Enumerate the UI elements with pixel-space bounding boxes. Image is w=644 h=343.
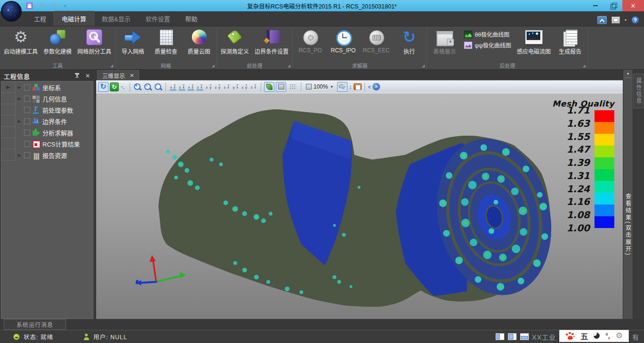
tree-item[interactable]: 分析求解器	[1, 127, 93, 138]
tree-item[interactable]: RCS计算结果	[1, 138, 93, 149]
tree-checkbox[interactable]	[24, 130, 30, 136]
layout-wide-left-panel-icon[interactable]	[508, 333, 517, 340]
tree-checkbox[interactable]	[24, 107, 30, 113]
tree-expander-icon[interactable]: ▶	[16, 85, 23, 90]
gutter-expander-icon[interactable]: ▶	[7, 85, 10, 90]
ribbon-button[interactable]: 执行	[393, 27, 426, 56]
properties-tab[interactable]: 属性信息	[633, 74, 644, 108]
view-orientation-button[interactable]: xz y	[214, 82, 222, 91]
layout-bottom-panel-icon[interactable]	[520, 333, 529, 340]
baidu-paw-icon[interactable]	[565, 332, 575, 340]
ribbon-button[interactable]: RCS_IPO	[327, 27, 360, 54]
ribbon-button-label: 生成报告	[559, 47, 581, 55]
ime-mode-label[interactable]: 五	[580, 330, 588, 342]
surface-icon	[278, 84, 284, 90]
view-orientation-button[interactable]: yz x	[249, 82, 258, 91]
ribbon-button[interactable]: 生成报告	[553, 27, 586, 56]
menu-tab[interactable]: 软件设置	[138, 11, 178, 26]
mesh-wrench-icon	[86, 29, 102, 45]
tree-checkbox[interactable]	[24, 84, 30, 90]
ribbon-group: RCS_PORCS_IPORCS_EEC执行求解器	[293, 26, 427, 69]
menu-tab[interactable]: 电磁计算	[54, 11, 94, 26]
display-style-dropdown-icon[interactable]: ▾	[625, 18, 627, 22]
menu-tab[interactable]: 帮助	[178, 11, 205, 26]
tree-expander-icon[interactable]: ▶	[16, 119, 23, 123]
tree-item[interactable]: ▶边界条件	[1, 115, 93, 127]
ribbon-button[interactable]: 质量云图	[182, 27, 215, 56]
display-style-icon[interactable]	[611, 16, 620, 24]
view-orientation-button[interactable]: yz x	[223, 82, 231, 91]
report-doc-icon	[561, 29, 579, 46]
ribbon-button[interactable]: 参数化建模	[41, 27, 74, 56]
results-strip-body[interactable]: 查看结果(双击展开)	[623, 77, 633, 319]
view-orientation-button[interactable]: yz x	[178, 82, 186, 91]
tree-expander-icon[interactable]: ▶	[16, 97, 23, 101]
tree-checkbox[interactable]	[24, 118, 30, 124]
ime-fullhalf-moon-icon[interactable]	[594, 333, 600, 339]
ribbon-button[interactable]: RCS_EEC	[360, 27, 393, 54]
tab-3d-view[interactable]: 三维显示 ✕	[97, 70, 139, 80]
ribbon-button[interactable]: 边界条件设置	[252, 27, 291, 56]
system-messages-tab[interactable]: 系统运行消息	[4, 319, 66, 330]
view-orientation-button[interactable]: zy x	[231, 82, 240, 91]
view-orientation-button[interactable]: yz x	[196, 82, 204, 91]
zoom-in-button[interactable]: +	[133, 82, 142, 91]
layout-left-panel-icon[interactable]	[495, 333, 504, 340]
tree-item[interactable]: ▶几何信息	[1, 93, 93, 104]
ribbon-button[interactable]: 探测角定义	[218, 27, 252, 56]
application-window: ↶ ↷ ▾ 复杂目标RCS电磁分析软件2015 R1 - RCS_2015031…	[0, 0, 644, 343]
ribbon-button-label: 感应电磁流图	[517, 47, 551, 55]
move-down-button[interactable]: ↓	[349, 83, 352, 90]
collapse-ribbon-icon[interactable]	[597, 16, 607, 24]
tab-close-icon[interactable]: ✕	[130, 73, 134, 79]
surface-view-button[interactable]	[276, 82, 286, 92]
wireframe-view-button[interactable]	[288, 82, 298, 92]
app-logo[interactable]	[1, 1, 22, 22]
tree-item[interactable]: ▶▶坐标系	[1, 82, 93, 93]
tree-checkbox[interactable]	[24, 152, 30, 158]
3d-viewport[interactable]	[96, 93, 623, 319]
fit-view-button[interactable]	[337, 82, 347, 92]
help-icon[interactable]: ?	[631, 16, 639, 24]
ribbon-button[interactable]: 质量检查	[149, 27, 182, 56]
ribbon-button[interactable]: θθ极化曲线图	[464, 30, 511, 38]
zoom-window-button[interactable]: ▫	[154, 82, 163, 91]
tree-checkbox[interactable]	[24, 96, 30, 102]
ribbon-button[interactable]: 启动建模工具	[1, 27, 41, 56]
share-button[interactable]: <	[368, 83, 371, 90]
clear-view-button[interactable]: ✕	[372, 83, 380, 90]
tree-item[interactable]: ▶报告资源	[1, 149, 93, 161]
ime-settings-gear-icon[interactable]: ⚙	[616, 331, 623, 341]
ribbon-button[interactable]: 感应电磁流图	[514, 27, 553, 56]
view-orientation-button[interactable]: xz y	[240, 82, 249, 91]
view-orientation-button[interactable]: xz y	[205, 82, 213, 91]
workspace: 三维显示 ✕ ↻ ↻ ↔ + − ▫ yx zyz xyx zyz xxz yx…	[96, 70, 623, 319]
solver-puzzle-icon	[32, 129, 40, 136]
zoom-level-dropdown[interactable]: 100% ▼	[304, 82, 336, 92]
tree-expander-icon[interactable]: ▶	[16, 153, 23, 157]
capture-window-button[interactable]	[354, 83, 362, 90]
ribbon-button[interactable]: ψψ极化曲线图	[464, 41, 511, 49]
view-orientation-button[interactable]: yx z	[187, 82, 195, 91]
ribbon-button[interactable]: 表格展示	[428, 27, 461, 56]
panel-close-icon[interactable]: ✕	[85, 73, 91, 79]
shaded-view-button[interactable]	[264, 82, 274, 92]
view-orientation-button[interactable]: yx z	[169, 82, 177, 91]
zoom-out-button[interactable]: −	[143, 82, 152, 91]
minimize-button[interactable]	[586, 0, 604, 11]
ribbon-button[interactable]: RCS_PO	[294, 27, 327, 54]
pin-icon[interactable]	[74, 73, 80, 79]
menu-tab[interactable]: 工程	[26, 11, 54, 26]
rotate-tool-button[interactable]: ↻	[98, 82, 108, 92]
tab-list-dropdown-icon[interactable]: ▼	[627, 72, 630, 75]
ime-punctuation-icon[interactable]: °,	[605, 332, 610, 340]
restore-button[interactable]	[604, 0, 622, 11]
pan-tool-button[interactable]: ↔	[118, 82, 128, 91]
refresh-view-button[interactable]: ↻	[110, 82, 119, 91]
close-button[interactable]: ✕	[622, 0, 644, 11]
ribbon-button[interactable]: 网格剖分工具	[74, 27, 114, 56]
tree-item[interactable]: 前处理参数	[1, 104, 93, 115]
tree-checkbox[interactable]	[24, 141, 30, 147]
menu-tab[interactable]: 数据&显示	[94, 11, 138, 26]
ribbon-button[interactable]: 导入网格	[116, 27, 149, 56]
